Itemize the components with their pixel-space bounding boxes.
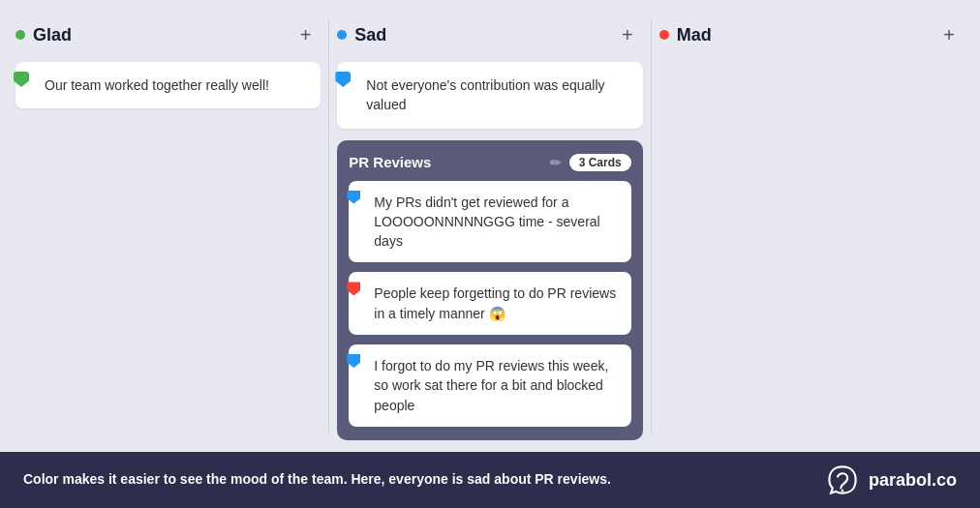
column-header-mad: Mad + [659, 19, 965, 50]
group-card-2: I forgot to do my PR reviews this week, … [349, 344, 630, 427]
group-card-1-tag [347, 282, 360, 295]
group-card-0-tag [347, 191, 360, 204]
dot-sad [337, 30, 347, 40]
group-title: PR Reviews [349, 154, 431, 170]
divider-sad-mad [651, 19, 652, 433]
group-card-0: My PRs didn't get reviewed for a LOOOOON… [349, 181, 630, 263]
column-header-glad: Glad + [15, 19, 321, 50]
logo-text: parabol.co [869, 470, 957, 491]
glad-card-0: Our team worked together really well! [15, 62, 321, 108]
column-mad: Mad + [659, 19, 965, 433]
group-card-1: People keep forgetting to do PR reviews … [349, 272, 630, 335]
column-sad: Sad + Not everyone's contribution was eq… [337, 19, 642, 433]
parabol-logo-icon [826, 463, 859, 496]
logo: parabol.co [826, 463, 957, 496]
pr-reviews-group: PR Reviews ✏ 3 Cards My PRs didn't get r… [337, 140, 642, 440]
add-sad-button[interactable]: + [616, 23, 639, 46]
dot-glad [15, 30, 25, 40]
bottom-bar: Color makes it easier to see the mood of… [0, 452, 980, 508]
glad-card-0-text: Our team worked together really well! [45, 75, 305, 95]
group-card-1-text: People keep forgetting to do PR reviews … [374, 284, 617, 323]
dot-mad [659, 30, 669, 40]
add-glad-button[interactable]: + [294, 23, 318, 46]
main-area: Glad + Our team worked together really w… [0, 0, 980, 452]
sad-card-0-text: Not everyone's contribution was equally … [366, 75, 627, 115]
svg-point-0 [842, 490, 844, 493]
column-title-sad: Sad [354, 25, 386, 45]
sad-card-0: Not everyone's contribution was equally … [337, 62, 642, 129]
group-header: PR Reviews ✏ 3 Cards [349, 154, 630, 171]
column-header-sad: Sad + [337, 19, 642, 50]
glad-card-0-tag [14, 72, 29, 87]
bottom-bar-text: Color makes it easier to see the mood of… [23, 470, 611, 490]
add-mad-button[interactable]: + [937, 23, 961, 46]
column-title-glad: Glad [33, 25, 72, 45]
edit-group-icon[interactable]: ✏ [550, 155, 562, 170]
column-title-mad: Mad [677, 25, 712, 45]
divider-glad-sad [328, 19, 329, 433]
group-card-0-text: My PRs didn't get reviewed for a LOOOOON… [374, 193, 617, 252]
cards-badge: 3 Cards [569, 154, 631, 171]
group-card-2-tag [347, 354, 360, 368]
group-card-2-text: I forgot to do my PR reviews this week, … [374, 356, 617, 415]
sad-card-0-tag [335, 72, 351, 87]
column-glad: Glad + Our team worked together really w… [15, 19, 321, 433]
